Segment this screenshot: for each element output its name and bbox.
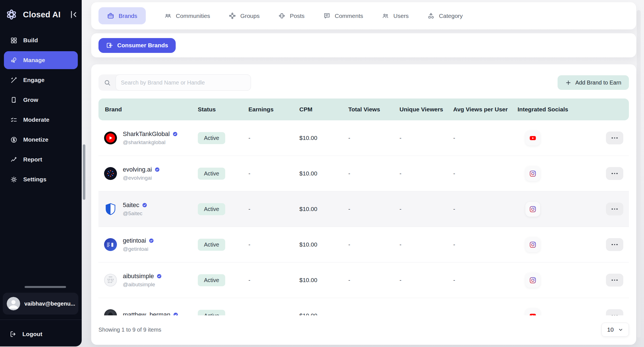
table-row[interactable]: getintoai @getintoai Active - $10.00 - -… — [98, 227, 629, 262]
brand-avatar-youtube — [104, 132, 117, 144]
comment-icon — [323, 12, 331, 20]
filter-card: Consumer Brands — [91, 33, 636, 57]
table-row[interactable]: aibutsimple @aibutsimple Active - $10.00… — [98, 262, 629, 298]
sidebar-drag-handle[interactable] — [25, 286, 66, 288]
cpm-value: $10.00 — [299, 135, 348, 141]
verified-badge-icon — [173, 312, 178, 315]
grid-icon — [10, 37, 18, 44]
col-header-socials: Integrated Socials — [518, 106, 587, 113]
entity-tabs: Brands Communities Groups Posts — [91, 2, 636, 29]
brand-name: matthew_berman — [123, 311, 170, 315]
row-more-button[interactable] — [606, 167, 623, 180]
col-header-avg-views: Avg Views per User — [453, 106, 518, 113]
pagination-summary: Showing 1 to 9 of 9 items — [98, 327, 161, 333]
people-group-icon — [164, 12, 172, 20]
status-badge: Active — [198, 203, 225, 215]
sidebar-item-report[interactable]: Report — [4, 151, 78, 168]
sidebar-scrollbar-thumb[interactable] — [83, 144, 85, 200]
row-more-button[interactable] — [606, 309, 623, 315]
brand-avatar-evolvingai — [104, 167, 117, 180]
entity-tabs-card: Brands Communities Groups Posts — [91, 2, 636, 29]
table-row[interactable]: SharkTankGlobal @sharktankglobal Active … — [98, 120, 629, 156]
sidebar-collapse-icon[interactable] — [68, 10, 78, 19]
verified-badge-icon — [172, 131, 178, 137]
table-row[interactable]: 5aitec @5aitec Active - $10.00 - - - — [98, 191, 629, 227]
brand-avatar-matthew-berman — [104, 309, 117, 315]
shapes-icon — [427, 12, 435, 20]
instagram-icon — [525, 237, 540, 252]
verified-badge-icon — [142, 202, 147, 208]
sidebar-item-moderate[interactable]: Moderate — [4, 111, 78, 129]
brands-table-card: Add Brand to Earn Brand Status Earnings … — [91, 64, 636, 345]
verified-badge-icon — [156, 273, 162, 279]
add-brand-button[interactable]: Add Brand to Earn — [558, 75, 629, 90]
gear-icon — [10, 176, 18, 183]
tab-users[interactable]: Users — [382, 12, 409, 20]
phone-vibrate-icon — [278, 12, 286, 20]
phone-play-icon — [10, 96, 18, 104]
user-account-card[interactable]: vaibhav@begenu... — [3, 293, 78, 315]
sidebar-item-engage[interactable]: Engage — [4, 71, 78, 89]
youtube-icon — [525, 131, 540, 146]
brand-handle: @sharktankglobal — [123, 139, 178, 146]
brand-avatar-5aitec — [104, 203, 117, 215]
tab-groups[interactable]: Groups — [229, 12, 260, 20]
brand-avatar-aibutsimple — [104, 274, 117, 287]
closed-ai-logo-icon — [4, 8, 18, 22]
avg-views-value: - — [453, 135, 518, 141]
col-header-cpm: CPM — [299, 106, 348, 113]
page-size-select[interactable]: 10 — [601, 323, 629, 337]
page-scrollbar-track[interactable] — [637, 10, 641, 337]
sidebar-nav: Build Manage Engage Grow — [4, 31, 78, 190]
search-bar — [98, 74, 251, 91]
tab-communities[interactable]: Communities — [164, 12, 210, 20]
sidebar-item-monetize[interactable]: Monetize — [4, 131, 78, 149]
tab-brands[interactable]: Brands — [98, 7, 146, 24]
instagram-icon — [525, 273, 540, 288]
checklist-icon — [10, 116, 18, 124]
panel-arrow-left-icon — [106, 42, 113, 49]
tab-category[interactable]: Category — [427, 12, 463, 20]
col-header-unique-viewers: Unique Viewers — [399, 106, 453, 113]
status-badge: Active — [198, 239, 225, 251]
brand-name: getintoai — [123, 237, 146, 244]
logout-button[interactable]: Logout — [5, 326, 47, 342]
row-more-button[interactable] — [606, 132, 623, 144]
diamond-nodes-icon — [229, 12, 236, 20]
user-email: vaibhav@begenu... — [24, 301, 75, 307]
sidebar-item-settings[interactable]: Settings — [4, 170, 78, 188]
brand-avatar-getintoai — [104, 238, 117, 251]
table-body: SharkTankGlobal @sharktankglobal Active … — [98, 120, 629, 315]
brand-name: 5aitec — [123, 201, 139, 209]
user-avatar — [7, 297, 20, 310]
consumer-brands-button[interactable]: Consumer Brands — [98, 38, 176, 53]
status-badge: Active — [198, 168, 225, 180]
search-input[interactable] — [116, 74, 251, 91]
briefcase-icon — [107, 12, 114, 20]
tab-posts[interactable]: Posts — [278, 12, 305, 20]
app-title: Closed AI — [23, 10, 60, 19]
table-row[interactable]: evolving.ai @evolvingai Active - $10.00 … — [98, 156, 629, 191]
molecule-icon — [10, 57, 18, 64]
plus-icon — [565, 79, 572, 86]
status-badge: Active — [198, 310, 225, 316]
table-row[interactable]: matthew_berman Active - $10.00 - - - — [98, 298, 629, 315]
chevron-down-icon — [618, 327, 623, 332]
sidebar-divider — [0, 320, 82, 320]
earnings-value: - — [248, 135, 299, 141]
sidebar-item-grow[interactable]: Grow — [4, 91, 78, 109]
tab-comments[interactable]: Comments — [323, 12, 363, 20]
total-views-value: - — [348, 135, 399, 141]
row-more-button[interactable] — [606, 203, 623, 215]
row-more-button[interactable] — [606, 238, 623, 251]
row-more-button[interactable] — [606, 274, 623, 287]
logout-icon — [10, 330, 17, 338]
sidebar-item-build[interactable]: Build — [4, 31, 78, 49]
verified-badge-icon — [149, 238, 154, 243]
sidebar-item-manage[interactable]: Manage — [4, 51, 78, 69]
instagram-icon — [525, 202, 540, 217]
col-header-earnings: Earnings — [248, 106, 299, 113]
instagram-icon — [525, 166, 540, 181]
search-icon — [104, 79, 111, 86]
brand-name: SharkTankGlobal — [123, 130, 170, 138]
